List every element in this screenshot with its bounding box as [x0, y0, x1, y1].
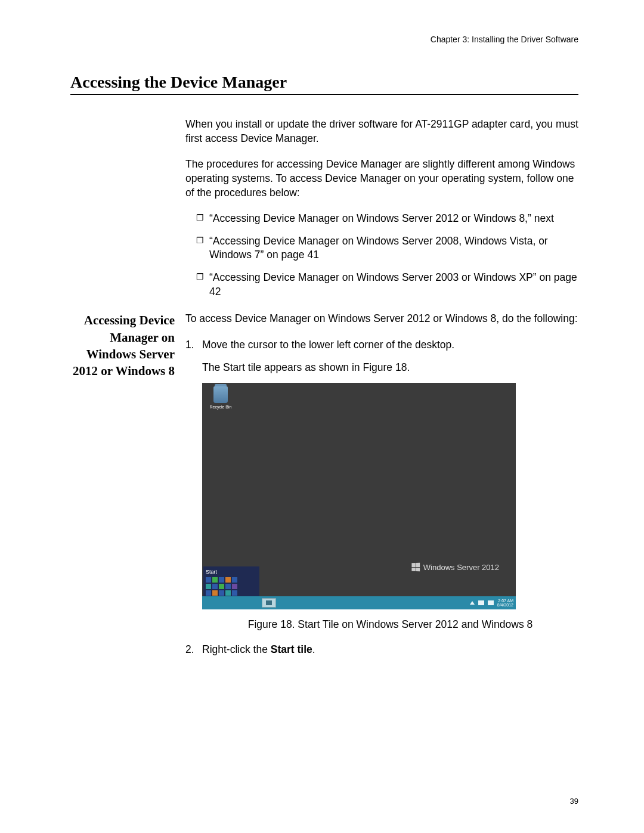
tile-grid-icon	[206, 577, 257, 596]
taskbar-clock: 2:07 AM 8/4/2012	[497, 599, 513, 607]
start-label: Start	[206, 568, 257, 575]
start-tile: Start	[203, 566, 259, 596]
brand-text: Windows Server 2012	[423, 562, 499, 573]
intro-paragraph-2: The procedures for accessing Device Mana…	[185, 157, 578, 200]
step2-suffix: .	[312, 643, 315, 655]
page-number: 39	[570, 797, 578, 806]
tray-arrow-icon	[470, 601, 475, 605]
list-item: “Accessing Device Manager on Windows Ser…	[196, 271, 578, 299]
screenshot-desktop: Recycle Bin Windows Server 2012 Start	[202, 383, 516, 609]
windows-logo-icon	[411, 563, 420, 572]
clock-time: 2:07 AM	[497, 599, 513, 603]
list-item: “Accessing Device Manager on Windows Ser…	[196, 234, 578, 262]
figure-caption: Figure 18. Start Tile on Windows Server …	[202, 618, 578, 632]
step-marker: 1.	[185, 338, 202, 352]
step2-prefix: Right-click the	[202, 643, 271, 655]
step-result: The Start tile appears as shown in Figur…	[202, 361, 578, 375]
procedure-list: “Accessing Device Manager on Windows Ser…	[185, 212, 578, 299]
page-title: Accessing the Device Manager	[70, 73, 578, 95]
clock-date: 8/4/2012	[497, 603, 513, 607]
section-intro: To access Device Manager on Windows Serv…	[185, 312, 578, 326]
section-heading: Accessing Device Manager on Windows Serv…	[70, 312, 175, 379]
taskbar-button-icon	[262, 598, 276, 608]
step-marker: 2.	[185, 643, 202, 657]
figure-18: Recycle Bin Windows Server 2012 Start	[202, 383, 578, 632]
step-text: Right-click the Start tile.	[202, 643, 578, 657]
chapter-header: Chapter 3: Installing the Driver Softwar…	[70, 35, 578, 44]
step-text: Move the cursor to the lower left corner…	[202, 338, 578, 352]
tray-network-icon	[488, 600, 494, 605]
step-1: 1. Move the cursor to the lower left cor…	[185, 338, 578, 352]
trash-icon	[213, 386, 228, 403]
tray-flag-icon	[478, 600, 484, 605]
recycle-bin-icon: Recycle Bin	[207, 386, 234, 410]
step2-bold: Start tile	[271, 643, 312, 655]
intro-paragraph-1: When you install or update the driver so…	[185, 117, 578, 145]
recycle-bin-label: Recycle Bin	[207, 404, 234, 410]
windows-brand: Windows Server 2012	[411, 562, 499, 573]
list-item: “Accessing Device Manager on Windows Ser…	[196, 212, 578, 226]
taskbar: 2:07 AM 8/4/2012	[202, 596, 516, 609]
step-2: 2. Right-click the Start tile.	[185, 643, 578, 657]
